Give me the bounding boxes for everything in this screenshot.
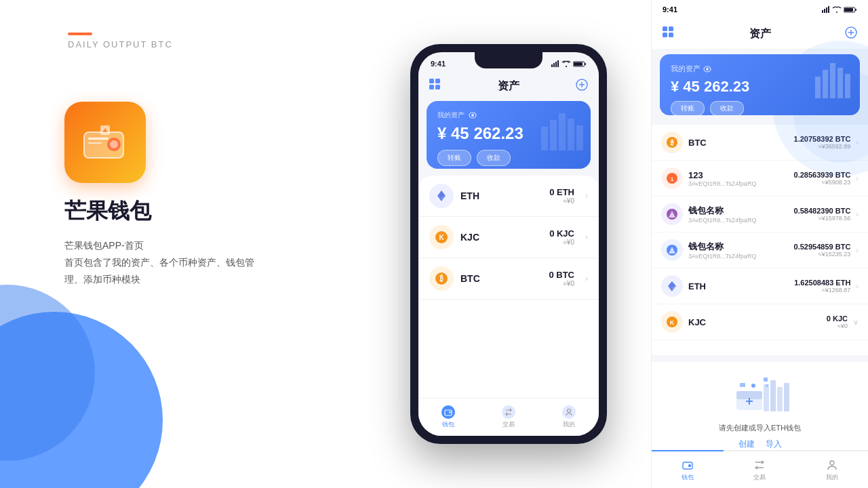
right-kjc-icon: K <box>661 311 683 333</box>
phone-grid-icon[interactable] <box>429 79 441 94</box>
phone-add-icon[interactable] <box>576 79 588 94</box>
phone-coin-btc[interactable]: ₿ BTC 0 BTC ≈¥0 › <box>418 258 599 300</box>
right-asset-card: 我的资产 ¥ 45 262.23 转账 收款 <box>660 54 860 115</box>
right-wallet2-arrow: › <box>856 246 859 254</box>
status-icons <box>551 60 587 67</box>
right-btc-icon: ₿ <box>661 131 683 153</box>
phone-frame: 9:41 资产 <box>410 44 607 444</box>
phone-coin-eth[interactable]: ETH 0 ETH ≈¥0 › <box>418 176 599 217</box>
right-btc-amount: 1.20758392 BTC ≈¥36592.89 <box>794 135 851 150</box>
right-btc-info: BTC <box>688 138 789 148</box>
svg-point-83 <box>751 384 755 388</box>
right-transfer-button[interactable]: 转账 <box>671 101 705 115</box>
svg-rect-60 <box>823 70 828 98</box>
eth-wallet-actions: 创建 导入 <box>738 439 782 450</box>
right-kjc-info: KJC <box>688 317 821 327</box>
app-icon <box>64 102 146 183</box>
svg-text:K: K <box>670 319 675 326</box>
phone-nav-trade[interactable]: 交易 <box>479 399 539 436</box>
phone-screen: 9:41 资产 <box>418 52 599 436</box>
svg-rect-14 <box>585 63 586 65</box>
right-coin-wallet1[interactable]: 钱包名称 3AvEQt1R8...TsZ4fpaRQ 0.58482390 BT… <box>652 197 868 232</box>
right-123-amount: 0.28563939 BTC ≈¥5908.23 <box>794 171 851 186</box>
kjc-coin-amount: 0 KJC ≈¥0 <box>549 228 574 246</box>
eth-arrow-icon: › <box>585 191 588 201</box>
brand-tagline: DAILY OUTPUT BTC <box>68 39 173 49</box>
btc-coin-amount: 0 BTC ≈¥0 <box>549 270 574 287</box>
mine-nav-icon <box>562 405 576 419</box>
right-coin-kjc[interactable]: K KJC 0 KJC ≈¥0 ∨ <box>652 304 868 340</box>
right-add-icon[interactable] <box>845 26 857 41</box>
svg-point-86 <box>766 384 768 387</box>
svg-rect-18 <box>429 85 434 89</box>
svg-point-24 <box>471 114 474 117</box>
right-nav-mine[interactable]: 我的 <box>796 451 868 488</box>
right-coin-123[interactable]: 1 123 3AvEQt1R8...TsZ4fpaRQ 0.28563939 B… <box>652 161 868 197</box>
svg-point-5 <box>110 140 118 148</box>
right-kjc-arrow: ∨ <box>853 318 859 327</box>
svg-point-41 <box>567 409 570 413</box>
right-eth-arrow: › <box>856 282 859 290</box>
right-receive-button[interactable]: 收款 <box>710 101 744 115</box>
eth-create-link[interactable]: 创建 <box>738 439 755 450</box>
phone-asset-label: 我的资产 <box>437 110 580 120</box>
svg-rect-52 <box>663 33 667 37</box>
kjc-icon: K <box>429 225 454 249</box>
right-nav-trade[interactable]: 交易 <box>724 451 795 488</box>
svg-rect-43 <box>824 9 825 13</box>
eth-coin-name: ETH <box>460 190 542 201</box>
right-card-buildings <box>814 58 854 101</box>
eth-import-link[interactable]: 导入 <box>766 439 782 450</box>
svg-point-58 <box>706 68 709 70</box>
svg-text:1: 1 <box>671 176 674 182</box>
phone-coin-kjc[interactable]: K KJC 0 KJC ≈¥0 › <box>418 217 599 258</box>
phone-bottom-nav: 钱包 交易 我的 <box>418 398 599 436</box>
right-status-icons <box>822 6 857 13</box>
right-wallet1-arrow: › <box>856 210 859 218</box>
svg-rect-3 <box>88 142 102 144</box>
phone-asset-card: 我的资产 ¥ 45 262.23 转账 收款 <box>427 101 591 169</box>
right-nav-wallet[interactable]: 钱包 <box>652 450 724 488</box>
btc-icon: ₿ <box>429 266 454 291</box>
phone-status-time: 9:41 <box>431 60 446 68</box>
phone-header: 资产 <box>418 71 599 101</box>
svg-rect-44 <box>826 7 827 13</box>
right-mine-nav-icon <box>825 458 839 472</box>
right-coin-btc[interactable]: ₿ BTC 1.20758392 BTC ≈¥36592.89 › <box>652 125 868 161</box>
svg-text:₿: ₿ <box>670 139 674 146</box>
svg-rect-62 <box>837 68 843 98</box>
phone-nav-wallet[interactable]: 钱包 <box>418 399 479 436</box>
eth-wallet-illustration <box>660 370 860 418</box>
right-grid-icon[interactable] <box>663 26 675 41</box>
svg-rect-61 <box>830 63 835 98</box>
svg-rect-16 <box>429 79 434 83</box>
right-trade-nav-icon <box>753 458 766 472</box>
svg-rect-9 <box>553 63 555 67</box>
trade-nav-icon <box>502 405 515 419</box>
app-title: 芒果钱包 <box>64 197 151 226</box>
right-header-title: 资产 <box>749 27 771 41</box>
phone-transfer-button[interactable]: 转账 <box>437 150 471 166</box>
right-123-arrow: › <box>856 174 859 182</box>
svg-rect-42 <box>822 10 823 13</box>
svg-rect-59 <box>815 77 821 98</box>
eth-coin-amount: 0 ETH ≈¥0 <box>549 187 574 205</box>
right-coin-eth[interactable]: ETH 1.62508483 ETH ≈¥1268.87 › <box>652 268 868 304</box>
right-wallet2-info: 钱包名称 3AvEQt1R8...TsZ4fpaRQ <box>688 241 789 260</box>
separator-2 <box>652 355 868 359</box>
svg-rect-63 <box>845 74 850 98</box>
right-eth-info: ETH <box>688 281 789 291</box>
right-wallet2-icon <box>661 239 683 261</box>
right-coin-wallet2[interactable]: 钱包名称 3AvEQt1R8...TsZ4fpaRQ 0.52954859 BT… <box>652 232 868 268</box>
accent-line <box>68 33 92 35</box>
right-wallet1-icon <box>661 203 683 225</box>
phone-nav-mine[interactable]: 我的 <box>538 399 599 436</box>
svg-rect-45 <box>828 6 829 13</box>
right-123-info: 123 3AvEQt1R8...TsZ4fpaRQ <box>688 170 789 187</box>
svg-point-12 <box>566 66 567 67</box>
eth-wallet-message: 请先创建或导入ETH钱包 <box>719 423 801 433</box>
right-wallet-nav-icon <box>681 458 694 472</box>
phone-receive-button[interactable]: 收款 <box>477 150 511 166</box>
phone-notch <box>475 52 542 68</box>
btc-arrow-icon: › <box>585 274 588 283</box>
